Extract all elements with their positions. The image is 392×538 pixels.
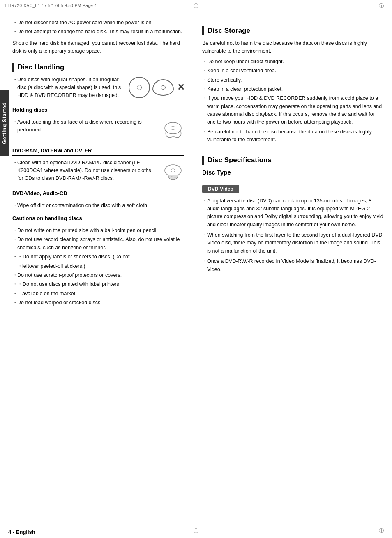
cautions-bullet-2: Do not use record cleaning sprays or ant… [12,236,184,252]
dvd-video-spec-bullet-3: Once a DVD-RW/-R recorded in Video Mode … [202,258,384,274]
side-tab-label: Getting Started [2,102,7,144]
intro-bullet-2: Do not attempt to change the hard disk. … [12,28,184,36]
dvd-video-spec-bullet-2: When switching from the first layer to t… [202,231,384,255]
footer-crosshair [194,528,198,533]
cautions-bullet-5b: available on the market. [12,290,184,298]
intro-bullets: Do not disconnect the AC power cord whil… [12,19,184,36]
disc-handling-heading: Disc Handling [12,63,184,72]
cautions-bullet-5: ・Do not use discs printed with label pri… [12,280,184,288]
heading-bar-3 [202,156,204,165]
disc-specs-heading: Disc Specifications [202,156,384,165]
disc-handling-bullet-1: Use discs with regular shapes. If an irr… [12,76,184,100]
disc-handling-title: Disc Handling [18,63,64,71]
dvd-ram-bullet-1: Clean with an optional DVD-RAM/PD disc c… [12,159,184,183]
page-wrapper: 1-HR720-XAC_01-17 5/17/05 9:50 PM Page 4… [0,0,392,538]
intro-bullet-1: Do not disconnect the AC power cord whil… [12,19,184,27]
footer: 4 - English [0,526,392,538]
left-column: Do not disconnect the AC power cord whil… [0,11,193,538]
header-bar: 1-HR720-XAC_01-17 5/17/05 9:50 PM Page 4 [0,0,392,11]
dvd-video-spec-bullet-1: A digital versatile disc (DVD) can conta… [202,197,384,229]
disc-storage-title: Disc Storage [208,27,250,35]
dvd-video-badge: DVD-Video [202,185,239,193]
dvd-video-audio-bullet-1: Wipe off dirt or contamination on the di… [12,202,184,209]
header-text: 1-HR720-XAC_01-17 5/17/05 9:50 PM Page 4 [4,3,97,8]
header-crosshair-left [194,3,198,8]
header-crosshair-right [379,3,384,8]
holding-discs-bullet-1: Avoid touching the surface of a disc whe… [12,118,184,134]
cautions-bullet-1: Do not write on the printed side with a … [12,227,184,235]
columns: Do not disconnect the AC power cord whil… [0,11,392,538]
disc-storage-body: Be careful not to harm the disc because … [202,39,384,55]
storage-bullet-1: Do not keep under direct sunlight. [202,58,384,66]
footer-crosshair-right [379,528,384,533]
storage-bullet-5: If you move your HDD & DVD RECORDER sudd… [202,94,384,126]
holding-discs-heading: Holding discs [12,107,184,115]
disc-type-label: Disc Type [202,169,384,178]
cautions-bullet-3b: leftover peeled-off stickers.) [12,262,184,270]
cautions-heading: Cautions on handling discs [12,215,184,223]
dvd-ram-heading: DVD-RAM, DVD-RW and DVD-R [12,147,184,156]
intro-body: Should the hard disk be damaged, you can… [12,39,184,55]
cautions-bullet-6: Do not load warped or cracked discs. [12,299,184,307]
dvd-ram-content: Clean with an optional DVD-RAM/PD disc c… [12,159,184,184]
page-label: 4 - English [8,529,35,535]
storage-bullet-2: Keep in a cool ventilated area. [202,67,384,75]
disc-handling-content: ✕ Use discs with regular shapes. If an i… [12,76,184,101]
storage-bullet-3: Store vertically. [202,76,384,84]
right-column: Disc Storage Be careful not to harm the … [193,11,392,538]
dvd-video-audio-heading: DVD-Video, Audio-CD [12,190,184,198]
side-tab: Getting Started [0,90,9,156]
heading-bar-2 [202,26,204,35]
heading-bar [12,63,14,72]
disc-storage-heading: Disc Storage [202,26,384,35]
storage-bullet-4: Keep in a clean protection jacket. [202,85,384,93]
storage-bullet-6: Be careful not to harm the disc because … [202,128,384,144]
cautions-bullet-4: Do not use scratch-proof protectors or c… [12,271,184,279]
holding-discs-content: Avoid touching the surface of a disc whe… [12,118,184,142]
cautions-bullet-3: ・Do not apply labels or stickers to disc… [12,253,184,261]
disc-specs-title: Disc Specifications [208,156,272,164]
